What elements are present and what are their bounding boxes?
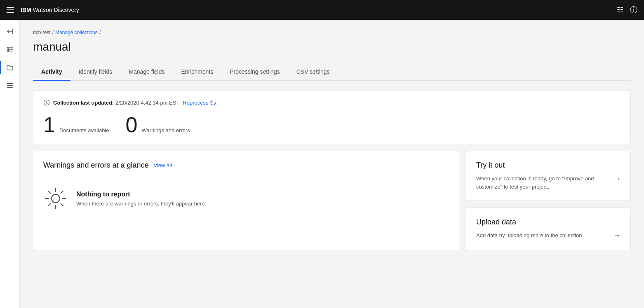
upload-data-title: Upload data	[476, 218, 620, 226]
svg-rect-11	[7, 85, 13, 86]
page-title: manual	[33, 40, 631, 54]
empty-state-body: When there are warnings or errors, they'…	[76, 201, 206, 207]
svg-line-19	[48, 191, 51, 194]
try-it-out-body-row: When your collection is ready, go to "Im…	[476, 175, 620, 191]
try-it-out-arrow: →	[613, 175, 620, 183]
collection-updated-row: Collection last updated: 2/20/2020 4:42:…	[43, 99, 620, 106]
warnings-section-title: Warnings and errors at a glance	[43, 161, 148, 170]
topbar-left: IBM Watson Discovery	[7, 7, 79, 13]
collapse-icon	[6, 28, 14, 35]
breadcrumb: rich-test / Manage collections /	[33, 30, 631, 35]
empty-state-text: Nothing to report When there are warning…	[76, 191, 206, 207]
collection-updated-label: Collection last updated:	[53, 100, 114, 106]
tab-content: Collection last updated: 2/20/2020 4:42:…	[33, 81, 631, 260]
warnings-label: Warnings and errors	[142, 127, 190, 133]
main-content: rich-test / Manage collections / manual …	[20, 20, 644, 308]
try-it-out-title: Try it out	[476, 161, 620, 170]
svg-point-2	[11, 49, 12, 50]
warnings-card: Warnings and errors at a glance View all	[33, 151, 459, 250]
folder-icon	[6, 64, 14, 71]
reprocess-icon	[210, 100, 216, 105]
tab-manage-fields[interactable]: Manage fields	[120, 63, 173, 81]
sidebar-folder-button[interactable]	[2, 59, 18, 76]
hamburger-menu[interactable]	[7, 7, 14, 13]
stats-row: 1 Documents available 0 Warnings and err…	[43, 114, 620, 135]
topbar: IBM Watson Discovery ☷ ⓘ	[0, 0, 644, 20]
upload-data-description: Add data by uploading more to the collec…	[476, 231, 583, 240]
svg-rect-10	[7, 83, 13, 84]
empty-state: Nothing to report When there are warning…	[43, 180, 449, 217]
documents-count: 1	[43, 114, 55, 135]
tab-enrichments[interactable]: Enrichments	[173, 63, 221, 81]
documents-label: Documents available	[59, 127, 109, 133]
tab-csv-settings[interactable]: CSV settings	[288, 63, 338, 81]
try-it-out-description: When your collection is ready, go to "Im…	[476, 175, 613, 191]
breadcrumb-sep-1: /	[52, 30, 54, 35]
upload-data-card[interactable]: Upload data Add data by uploading more t…	[466, 208, 631, 250]
svg-line-20	[61, 204, 63, 206]
svg-line-21	[61, 191, 63, 194]
upload-data-arrow: →	[613, 231, 620, 240]
tab-bar: Activity Identify fields Manage fields E…	[33, 63, 631, 81]
svg-line-22	[48, 204, 51, 206]
warnings-stat: 0 Warnings and errors	[126, 114, 190, 135]
nav-icon[interactable]: ☷	[617, 5, 623, 14]
bottom-grid: Warnings and errors at a glance View all	[33, 151, 631, 250]
sidebar-filters-button[interactable]	[2, 41, 18, 58]
list-icon	[6, 82, 14, 89]
tab-processing-settings[interactable]: Processing settings	[221, 63, 288, 81]
svg-point-14	[52, 194, 60, 203]
documents-stat: 1 Documents available	[43, 114, 109, 135]
warnings-count: 0	[126, 114, 138, 135]
tab-identify-fields[interactable]: Identify fields	[71, 63, 121, 81]
svg-rect-12	[7, 87, 13, 88]
sun-icon	[43, 186, 68, 211]
activity-info-card: Collection last updated: 2/20/2020 4:42:…	[33, 91, 631, 144]
upload-data-body-row: Add data by uploading more to the collec…	[476, 231, 620, 240]
sidebar-list-button[interactable]	[2, 77, 18, 94]
collection-updated-value: 2/20/2020 4:42:34 pm EST	[115, 100, 179, 106]
try-it-out-card[interactable]: Try it out When your collection is ready…	[466, 151, 631, 201]
app-title: IBM Watson Discovery	[21, 7, 79, 13]
view-all-link[interactable]: View all	[153, 162, 172, 168]
breadcrumb-sep-2: /	[99, 30, 101, 35]
sidebar-collapse-button[interactable]	[2, 23, 18, 40]
empty-state-title: Nothing to report	[76, 191, 206, 198]
svg-point-3	[7, 51, 9, 52]
right-panel: Try it out When your collection is ready…	[466, 151, 631, 250]
tab-activity[interactable]: Activity	[33, 63, 71, 81]
topbar-right: ☷ ⓘ	[617, 5, 637, 15]
filters-icon	[6, 46, 14, 53]
clock-icon	[43, 99, 50, 106]
reprocess-button[interactable]: Reprocess	[183, 100, 216, 106]
svg-point-1	[7, 47, 9, 49]
help-icon[interactable]: ⓘ	[630, 5, 637, 15]
sidebar	[0, 20, 20, 308]
breadcrumb-project: rich-test	[33, 30, 51, 35]
warnings-header: Warnings and errors at a glance View all	[43, 161, 449, 170]
breadcrumb-manage-collections[interactable]: Manage collections	[55, 30, 98, 35]
